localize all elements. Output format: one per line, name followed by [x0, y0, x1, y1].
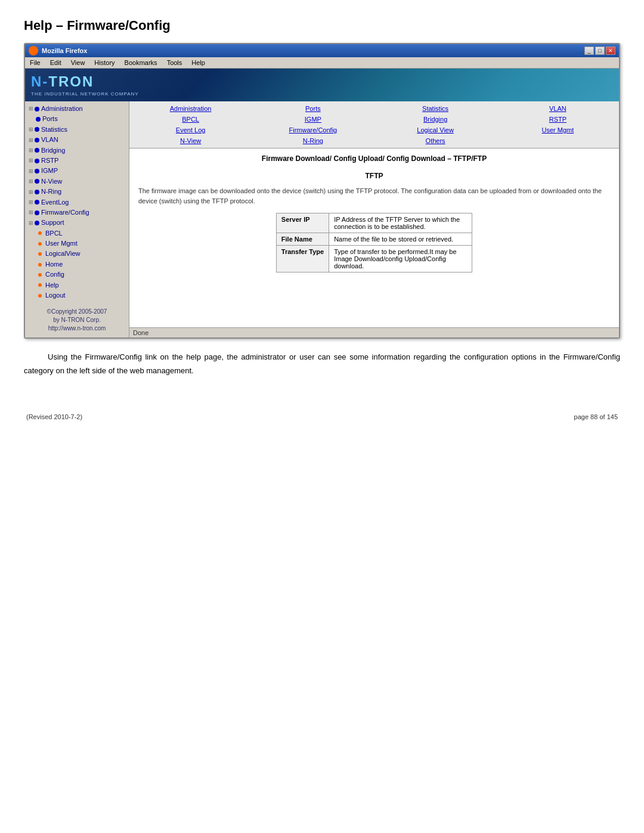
expand-icon: ⊞ [29, 105, 33, 113]
sidebar-item-logicalview[interactable]: LogicalView [26, 249, 128, 259]
nav-link-eventlog[interactable]: Event Log [132, 125, 249, 135]
sidebar-copyright: ©Copyright 2005-2007by N-TRON Corp.http:… [26, 305, 128, 335]
sidebar-item-rstp[interactable]: ⊞ RSTP [26, 156, 128, 166]
table-row: Transfer Type Type of transfer to be per… [276, 246, 472, 272]
expand-icon: ⊞ [29, 168, 33, 175]
nav-link-firmware[interactable]: Firmware/Config [254, 125, 371, 135]
sidebar-item-firmware[interactable]: ⊞ Firmware/Config [26, 208, 128, 218]
browser-window: Mozilla Firefox _ □ ✕ File Edit View His… [24, 43, 620, 339]
browser-title: Mozilla Firefox [42, 47, 87, 54]
sidebar-label: BPCL [45, 229, 63, 238]
sidebar-item-config[interactable]: Config [26, 270, 128, 280]
menu-history[interactable]: History [92, 58, 117, 67]
logo-subtitle: THE INDUSTRIAL NETWORK COMPANY [31, 91, 139, 97]
sidebar-item-nview[interactable]: ⊞ N-View [26, 176, 128, 187]
sidebar-label: LogicalView [45, 249, 80, 258]
sidebar-item-home[interactable]: Home [26, 259, 128, 270]
sidebar-item-bridging[interactable]: ⊞ Bridging [26, 145, 128, 156]
nav-link-bridging[interactable]: Bridging [377, 114, 494, 124]
nav-link-administration[interactable]: Administration [132, 104, 249, 113]
nav-link-nring[interactable]: N-Ring [254, 136, 371, 145]
maximize-button[interactable]: □ [595, 47, 605, 55]
bullet-icon [35, 159, 39, 163]
bullet-icon [35, 148, 39, 153]
table-value-filename: Name of the file to be stored or retriev… [329, 233, 472, 246]
menu-bookmarks[interactable]: Bookmarks [122, 58, 160, 67]
expand-icon: ⊞ [29, 219, 33, 227]
footer-page: page 88 of 145 [574, 413, 618, 420]
bullet-icon [35, 138, 39, 143]
content-main-title: Firmware Download/ Config Upload/ Config… [138, 154, 610, 163]
expand-icon: ⊞ [29, 157, 33, 165]
nav-link-ports[interactable]: Ports [254, 104, 371, 113]
sidebar-item-administration[interactable]: ⊞ Administration [26, 104, 128, 114]
bullet-icon [38, 252, 42, 256]
bullet-icon [35, 179, 39, 184]
section-title: TFTP [138, 172, 610, 180]
nav-link-logicalview[interactable]: Logical View [377, 125, 494, 135]
table-value-transfertype: Type of transfer to be performed.It may … [329, 246, 472, 272]
sidebar-label: EventLog [41, 198, 69, 207]
expand-icon: ⊞ [29, 178, 33, 185]
sidebar-label: Bridging [41, 146, 65, 155]
nav-link-others[interactable]: Others [377, 136, 494, 145]
minimize-button[interactable]: _ [584, 47, 594, 55]
firefox-icon [29, 46, 38, 55]
status-bar: Done [129, 327, 619, 337]
nav-links-grid: Administration Ports Statistics VLAN BPC… [132, 104, 617, 145]
sidebar-item-help[interactable]: Help [26, 280, 128, 290]
sidebar-item-ports[interactable]: Ports [26, 114, 128, 124]
bullet-icon [38, 231, 42, 235]
menu-view[interactable]: View [69, 58, 88, 67]
sidebar-item-logout[interactable]: Logout [26, 290, 128, 301]
nav-link-vlan[interactable]: VLAN [499, 104, 617, 113]
sidebar-item-usermgmt[interactable]: User Mgmt [26, 239, 128, 249]
titlebar-buttons: _ □ ✕ [584, 47, 615, 55]
nav-link-igmp[interactable]: IGMP [254, 114, 371, 124]
sidebar-label: Ports [42, 114, 58, 123]
nav-link-nview[interactable]: N-View [132, 136, 249, 145]
nav-links-area: Administration Ports Statistics VLAN BPC… [129, 101, 619, 148]
menu-bar: File Edit View History Bookmarks Tools H… [25, 57, 619, 69]
ntron-logo: N-TRON [31, 73, 139, 90]
bullet-icon [35, 190, 39, 194]
footer-revised: (Revised 2010-7-2) [26, 413, 82, 420]
sidebar-item-bpcl[interactable]: BPCL [26, 228, 128, 239]
sidebar: ⊞ Administration Ports ⊞ Statistics ⊞ [25, 101, 129, 337]
sidebar-label: Help [45, 281, 59, 290]
bullet-icon [38, 273, 42, 277]
nav-link-usermgmt[interactable]: User Mgmt [499, 125, 617, 135]
bullet-icon [35, 200, 39, 205]
close-button[interactable]: ✕ [606, 47, 615, 55]
page-title: Help – Firmware/Config [24, 18, 620, 33]
nav-link-bpcl[interactable]: BPCL [132, 114, 249, 124]
sidebar-label: IGMP [41, 166, 58, 175]
sidebar-item-statistics[interactable]: ⊞ Statistics [26, 125, 128, 135]
sidebar-item-support[interactable]: ⊞ Support [26, 218, 128, 228]
table-row: File Name Name of the file to be stored … [276, 233, 472, 246]
sidebar-label: N-Ring [41, 187, 61, 196]
nav-link-rstp[interactable]: RSTP [499, 114, 617, 124]
sidebar-label: Home [45, 260, 63, 269]
sidebar-item-vlan[interactable]: ⊞ VLAN [26, 135, 128, 145]
right-panel: Administration Ports Statistics VLAN BPC… [129, 101, 619, 337]
sidebar-label: Support [41, 218, 64, 227]
nav-link-statistics[interactable]: Statistics [377, 104, 494, 113]
table-value-serverip: IP Address of the TFTP Server to which t… [329, 213, 472, 233]
menu-file[interactable]: File [27, 58, 43, 67]
menu-help[interactable]: Help [189, 58, 208, 67]
sidebar-item-nring[interactable]: ⊞ N-Ring [26, 187, 128, 197]
sidebar-label: VLAN [41, 135, 58, 144]
table-label-serverip: Server IP [276, 213, 329, 233]
content-area: Firmware Download/ Config Upload/ Config… [129, 148, 619, 327]
expand-icon: ⊞ [29, 137, 33, 144]
bullet-icon [35, 210, 39, 215]
sidebar-item-igmp[interactable]: ⊞ IGMP [26, 166, 128, 176]
sidebar-label: Firmware/Config [41, 208, 89, 217]
sidebar-label: RSTP [41, 156, 58, 165]
sidebar-item-eventlog[interactable]: ⊞ EventLog [26, 197, 128, 208]
sidebar-label: N-View [41, 177, 62, 186]
description-paragraph: Using the Firmware/Config link on the he… [24, 351, 620, 377]
menu-tools[interactable]: Tools [165, 58, 185, 67]
menu-edit[interactable]: Edit [48, 58, 64, 67]
